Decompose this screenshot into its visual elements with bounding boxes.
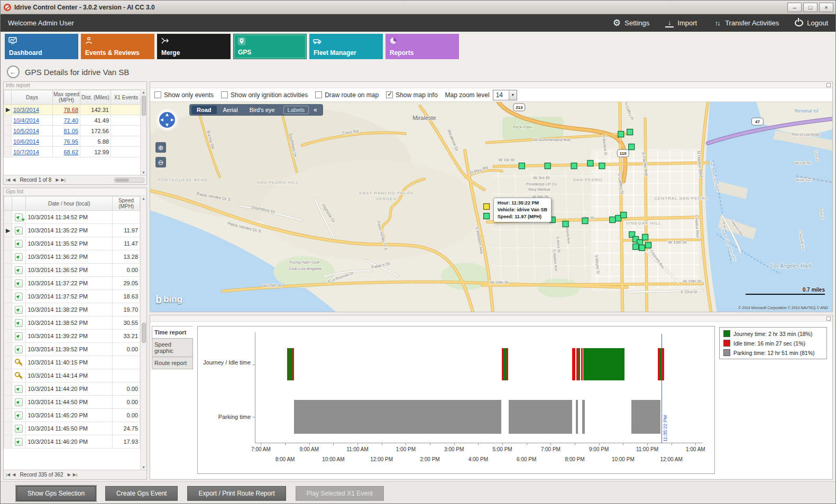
gps-row[interactable]: 10/3/2014 11:45:20 PM0.00	[4, 409, 140, 422]
gps-row[interactable]: 10/3/2014 11:37:52 PM18.63	[4, 290, 140, 303]
col-dist[interactable]: Dist. (Miles)	[80, 90, 111, 105]
zoom-out-button[interactable]: ⊖	[155, 157, 166, 167]
gps-row[interactable]: 10/3/2014 11:37:22 PM29.05	[4, 277, 140, 290]
option-show-map-info[interactable]: Show map info	[386, 91, 437, 99]
max-speed-link[interactable]: 68.62	[63, 149, 78, 155]
gps-marker[interactable]	[582, 218, 588, 224]
option-show-only-ignition[interactable]: Show only ignition activities	[221, 91, 308, 99]
tab-merge[interactable]: Merge	[157, 34, 231, 59]
gps-row[interactable]: 10/3/2014 11:35:52 PM11.47	[4, 237, 140, 250]
gps-row[interactable]: 10/3/2014 11:44:50 PM0.00	[4, 396, 140, 409]
map-zoom-select[interactable]: 14 ▼	[493, 90, 517, 100]
prev-record-button[interactable]: ◀	[12, 178, 15, 182]
map-view-aerial[interactable]: Aerial	[218, 106, 243, 114]
gps-row[interactable]: 10/3/2014 11:44:20 PM0.00	[4, 382, 140, 396]
toolbar-collapse-icon[interactable]: «	[310, 106, 321, 114]
map-compass-control[interactable]	[155, 108, 179, 132]
map-view-bird-s-eye[interactable]: Bird's eye	[244, 106, 280, 114]
tab-dashboard[interactable]: Dashboard	[5, 34, 78, 59]
zoom-in-button[interactable]: ⊕	[155, 142, 166, 153]
option-show-only-events[interactable]: Show only events	[154, 91, 214, 99]
col-x1-events[interactable]: X1 Events	[111, 90, 142, 105]
max-speed-link[interactable]: 72.40	[63, 117, 78, 124]
first-record-button[interactable]: |◀	[6, 178, 10, 182]
gps-row[interactable]: 10/3/2014 11:36:22 PM13.28	[4, 250, 140, 264]
show-only-ignition-checkbox[interactable]	[221, 91, 228, 98]
gps-marker[interactable]	[571, 163, 577, 169]
max-speed-link[interactable]: 78.68	[63, 107, 78, 113]
gps-marker[interactable]	[621, 212, 627, 218]
gps-marker[interactable]	[633, 244, 639, 250]
prev-record-button[interactable]: ◀	[12, 472, 15, 477]
max-speed-link[interactable]: 76.95	[63, 138, 78, 145]
show-only-events-checkbox[interactable]	[154, 91, 161, 98]
gps-row[interactable]: 10/3/2014 11:44:14 PM	[4, 369, 140, 382]
tab-reports[interactable]: Reports	[385, 34, 459, 59]
gps-list-scrollbar[interactable]: ▲▼	[140, 196, 146, 470]
topbar-logout[interactable]: Logout	[795, 19, 828, 27]
gps-marker[interactable]	[610, 217, 615, 223]
gps-row[interactable]: 10/3/2014 11:38:52 PM30.55	[4, 316, 140, 330]
close-button[interactable]: ×	[819, 3, 833, 12]
chart-tab-time-report[interactable]: Time report	[152, 326, 193, 338]
gps-row[interactable]: 10/3/2014 11:40:15 PM	[4, 356, 140, 369]
day-link[interactable]: 10/5/2014	[13, 128, 39, 134]
gps-marker[interactable]	[646, 242, 651, 248]
chart-tab-speed-graphic[interactable]: Speed graphic	[152, 338, 193, 357]
chart-tab-route-report[interactable]: Route report	[152, 357, 193, 369]
show-gps-selection-button[interactable]: Show Gps Selection	[16, 486, 96, 501]
option-draw-route[interactable]: Draw route on map	[315, 91, 379, 99]
gps-row[interactable]: 10/3/2014 11:39:22 PM33.21	[4, 330, 140, 343]
topbar-import[interactable]: Import	[665, 19, 697, 27]
tab-events-reviews[interactable]: Events & Reviews	[81, 34, 154, 59]
info-report-row[interactable]: 10/4/201472.4041.49	[4, 115, 142, 126]
tab-gps[interactable]: GPS	[233, 34, 307, 59]
gps-marker[interactable]	[519, 163, 525, 169]
gps-row[interactable]: 10/3/2014 11:39:52 PM0.00	[4, 343, 140, 356]
export-print-route-report-button[interactable]: Export / Print Route Report	[187, 486, 286, 501]
gps-marker[interactable]	[587, 161, 593, 166]
info-report-hscrollbar[interactable]	[114, 178, 144, 183]
col-max-speed[interactable]: Max speed (MPH)	[53, 90, 80, 105]
gps-marker[interactable]	[545, 163, 550, 169]
gps-row[interactable]: 10/3/2014 11:46:20 PM17.93	[4, 435, 140, 449]
gps-marker[interactable]	[599, 163, 605, 169]
gps-marker[interactable]	[639, 245, 645, 251]
chart-collapse-button[interactable]	[826, 316, 831, 321]
back-button[interactable]: ←	[7, 66, 20, 78]
maximize-button[interactable]: □	[803, 3, 817, 12]
gps-row[interactable]: 10/3/2014 11:38:22 PM19.70	[4, 303, 140, 316]
info-report-scrollbar[interactable]: ▲▼	[140, 90, 146, 175]
info-report-row[interactable]: 10/7/201468.6212.99	[4, 147, 142, 157]
draw-route-checkbox[interactable]	[315, 91, 322, 98]
gps-marker[interactable]	[642, 235, 648, 240]
gps-marker[interactable]	[629, 144, 635, 150]
topbar-settings[interactable]: Settings	[612, 19, 649, 27]
first-record-button[interactable]: |◀	[6, 472, 10, 477]
max-speed-link[interactable]: 81.05	[63, 128, 78, 134]
info-report-row[interactable]: ▶10/3/201478.68142.31	[4, 105, 142, 115]
map-view-labels[interactable]: Labels	[283, 106, 309, 114]
gps-row[interactable]: 10/3/2014 11:45:50 PM24.75	[4, 422, 140, 435]
tab-fleet-manager[interactable]: Fleet Manager	[309, 34, 383, 59]
day-link[interactable]: 10/4/2014	[13, 117, 39, 124]
info-report-row[interactable]: 10/5/201481.05172.56	[4, 126, 142, 136]
next-record-button[interactable]: ▶	[68, 472, 71, 477]
create-gps-event-button[interactable]: Create Gps Event	[105, 486, 178, 501]
gps-row[interactable]: ▶10/3/2014 11:35:22 PM11.97	[4, 224, 140, 237]
last-record-button[interactable]: ▶|	[73, 472, 77, 477]
gps-row[interactable]: 10/3/2014 11:34:52 PM	[4, 211, 140, 224]
topbar-transfer-activities[interactable]: Transfer Activities	[713, 19, 779, 27]
last-record-button[interactable]: ▶|	[61, 178, 66, 182]
gps-row[interactable]: 10/3/2014 11:36:52 PM0.00	[4, 264, 140, 277]
map-view-road[interactable]: Road	[191, 106, 217, 114]
col-datetime[interactable]: Date / hour (local)	[26, 197, 113, 211]
map[interactable]: 21311047 MiralestePeck ParkW Summerland …	[150, 102, 832, 312]
next-record-button[interactable]: ▶	[56, 178, 59, 182]
gps-marker[interactable]	[484, 213, 490, 219]
day-link[interactable]: 10/3/2014	[13, 107, 39, 113]
gps-marker-selected[interactable]	[484, 204, 490, 210]
gps-marker[interactable]	[627, 129, 633, 135]
minimize-button[interactable]: –	[787, 3, 802, 12]
map-collapse-button[interactable]	[826, 83, 831, 87]
